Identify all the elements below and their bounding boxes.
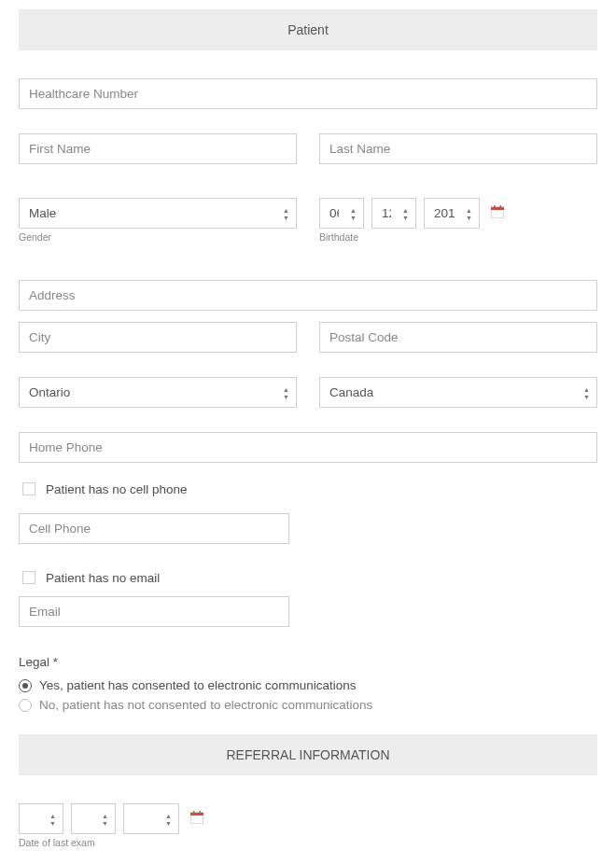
legal-yes-label: Yes, patient has consented to electronic… bbox=[39, 678, 356, 692]
section-header-referral: REFERRAL INFORMATION bbox=[19, 734, 597, 775]
last-exam-sublabel: Date of last exam bbox=[19, 837, 597, 848]
postal-code-input[interactable] bbox=[319, 322, 597, 353]
no-email-checkbox[interactable] bbox=[22, 571, 35, 584]
calendar-icon[interactable] bbox=[187, 811, 203, 827]
legal-title: Legal * bbox=[19, 655, 597, 669]
last-exam-day-select[interactable] bbox=[19, 803, 63, 834]
birth-month-select[interactable]: 12 bbox=[371, 198, 416, 229]
last-exam-year-select[interactable] bbox=[123, 803, 179, 834]
cell-phone-input[interactable] bbox=[19, 513, 289, 544]
section-header-patient-label: Patient bbox=[287, 22, 329, 37]
city-input[interactable] bbox=[19, 322, 297, 353]
svg-rect-5 bbox=[190, 813, 203, 815]
birthdate-sublabel: Birthdate bbox=[319, 231, 597, 243]
section-header-patient: Patient bbox=[19, 9, 597, 50]
birth-day-select[interactable]: 06 bbox=[319, 198, 364, 229]
birth-year-select[interactable]: 2019 bbox=[424, 198, 480, 229]
province-select[interactable]: Ontario bbox=[19, 377, 297, 408]
country-select[interactable]: Canada bbox=[319, 377, 597, 408]
svg-rect-2 bbox=[494, 205, 496, 208]
first-name-input[interactable] bbox=[19, 133, 297, 164]
svg-rect-3 bbox=[500, 205, 502, 208]
legal-yes-radio-row[interactable]: Yes, patient has consented to electronic… bbox=[19, 678, 597, 692]
calendar-icon[interactable] bbox=[487, 205, 504, 221]
legal-no-label: No, patient has not consented to electro… bbox=[39, 698, 372, 712]
address-input[interactable] bbox=[19, 280, 597, 311]
radio-icon bbox=[19, 699, 32, 712]
home-phone-input[interactable] bbox=[19, 432, 597, 463]
last-exam-month-select[interactable] bbox=[71, 803, 116, 834]
section-header-referral-label: REFERRAL INFORMATION bbox=[226, 747, 389, 762]
svg-rect-7 bbox=[200, 811, 202, 814]
no-cell-checkbox[interactable] bbox=[22, 482, 35, 495]
no-email-label: Patient has no email bbox=[46, 571, 160, 585]
healthcare-number-input[interactable] bbox=[19, 78, 597, 109]
no-cell-label: Patient has no cell phone bbox=[46, 482, 188, 496]
gender-select[interactable]: Male bbox=[19, 198, 297, 229]
last-name-input[interactable] bbox=[319, 133, 597, 164]
svg-rect-6 bbox=[193, 811, 195, 814]
radio-icon bbox=[19, 679, 32, 692]
svg-rect-1 bbox=[491, 207, 504, 210]
gender-sublabel: Gender bbox=[19, 231, 297, 243]
legal-no-radio-row[interactable]: No, patient has not consented to electro… bbox=[19, 698, 597, 712]
email-input[interactable] bbox=[19, 596, 289, 627]
